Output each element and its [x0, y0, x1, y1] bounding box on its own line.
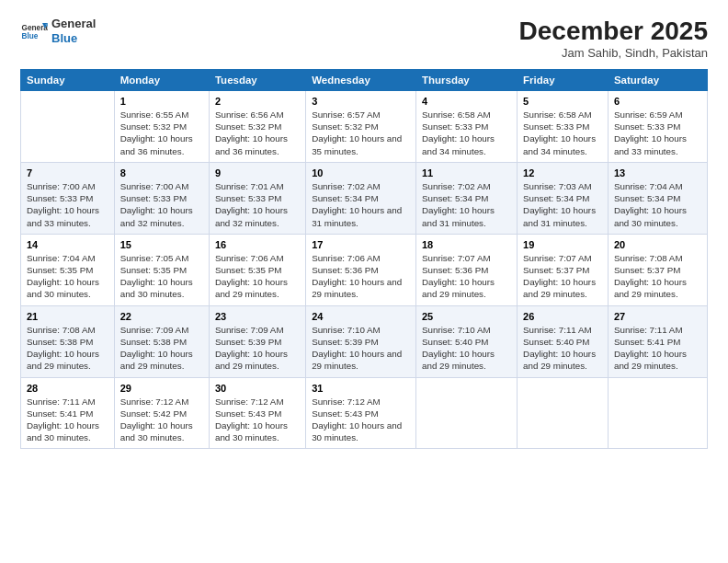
calendar-row-2: 14Sunrise: 7:04 AM Sunset: 5:35 PM Dayli… — [21, 234, 708, 305]
logo-general: General — [51, 17, 96, 31]
table-cell: 2Sunrise: 6:56 AM Sunset: 5:32 PM Daylig… — [209, 91, 305, 163]
day-info: Sunrise: 7:08 AM Sunset: 5:37 PM Dayligh… — [614, 252, 701, 301]
day-info: Sunrise: 7:02 AM Sunset: 5:34 PM Dayligh… — [312, 180, 410, 229]
day-number: 27 — [614, 311, 701, 322]
day-number: 3 — [312, 96, 410, 107]
table-cell: 19Sunrise: 7:07 AM Sunset: 5:37 PM Dayli… — [518, 234, 609, 305]
day-number: 28 — [27, 383, 108, 394]
table-cell: 24Sunrise: 7:10 AM Sunset: 5:39 PM Dayli… — [306, 305, 416, 377]
table-cell: 26Sunrise: 7:11 AM Sunset: 5:40 PM Dayli… — [518, 305, 609, 377]
day-info: Sunrise: 6:57 AM Sunset: 5:32 PM Dayligh… — [312, 109, 410, 157]
table-cell: 29Sunrise: 7:12 AM Sunset: 5:42 PM Dayli… — [114, 377, 209, 449]
table-cell: 27Sunrise: 7:11 AM Sunset: 5:41 PM Dayli… — [608, 305, 707, 377]
day-number: 16 — [215, 239, 300, 250]
logo: General Blue General Blue — [20, 17, 96, 45]
table-cell: 15Sunrise: 7:05 AM Sunset: 5:35 PM Dayli… — [114, 234, 209, 305]
day-number: 8 — [120, 167, 203, 178]
day-number: 17 — [312, 239, 410, 250]
day-number: 13 — [614, 167, 701, 178]
col-thursday: Thursday — [415, 70, 517, 91]
day-number: 30 — [215, 383, 300, 394]
day-info: Sunrise: 6:55 AM Sunset: 5:32 PM Dayligh… — [120, 109, 203, 157]
table-cell: 9Sunrise: 7:01 AM Sunset: 5:33 PM Daylig… — [209, 162, 305, 234]
day-info: Sunrise: 6:56 AM Sunset: 5:32 PM Dayligh… — [215, 109, 300, 157]
table-cell: 11Sunrise: 7:02 AM Sunset: 5:34 PM Dayli… — [415, 162, 517, 234]
calendar-body: 1Sunrise: 6:55 AM Sunset: 5:32 PM Daylig… — [21, 91, 708, 449]
table-cell: 22Sunrise: 7:09 AM Sunset: 5:38 PM Dayli… — [114, 305, 209, 377]
col-saturday: Saturday — [608, 70, 707, 91]
svg-text:Blue: Blue — [22, 31, 39, 40]
day-number: 1 — [120, 96, 203, 107]
day-number: 15 — [120, 239, 203, 250]
page: General Blue General Blue December 2025 … — [0, 0, 728, 563]
table-cell: 23Sunrise: 7:09 AM Sunset: 5:39 PM Dayli… — [209, 305, 305, 377]
day-info: Sunrise: 7:07 AM Sunset: 5:36 PM Dayligh… — [422, 252, 511, 301]
day-info: Sunrise: 7:03 AM Sunset: 5:34 PM Dayligh… — [523, 180, 602, 229]
day-info: Sunrise: 7:01 AM Sunset: 5:33 PM Dayligh… — [215, 180, 300, 229]
calendar-row-0: 1Sunrise: 6:55 AM Sunset: 5:32 PM Daylig… — [21, 91, 708, 163]
day-number: 26 — [523, 311, 602, 322]
day-number: 10 — [312, 167, 410, 178]
day-info: Sunrise: 7:04 AM Sunset: 5:35 PM Dayligh… — [27, 252, 108, 301]
day-number: 21 — [27, 311, 108, 322]
day-info: Sunrise: 7:09 AM Sunset: 5:38 PM Dayligh… — [120, 324, 203, 373]
day-number: 11 — [422, 167, 511, 178]
table-cell: 4Sunrise: 6:58 AM Sunset: 5:33 PM Daylig… — [415, 91, 517, 163]
table-cell — [415, 377, 517, 449]
day-number: 2 — [215, 96, 300, 107]
day-number: 18 — [422, 239, 511, 250]
main-title: December 2025 — [519, 17, 708, 46]
col-wednesday: Wednesday — [306, 70, 416, 91]
day-info: Sunrise: 7:12 AM Sunset: 5:42 PM Dayligh… — [120, 396, 203, 444]
table-cell: 25Sunrise: 7:10 AM Sunset: 5:40 PM Dayli… — [415, 305, 517, 377]
col-friday: Friday — [518, 70, 609, 91]
day-number: 7 — [27, 167, 108, 178]
table-cell: 6Sunrise: 6:59 AM Sunset: 5:33 PM Daylig… — [608, 91, 707, 163]
table-cell: 17Sunrise: 7:06 AM Sunset: 5:36 PM Dayli… — [306, 234, 416, 305]
day-number: 24 — [312, 311, 410, 322]
table-cell — [21, 91, 115, 163]
calendar-row-3: 21Sunrise: 7:08 AM Sunset: 5:38 PM Dayli… — [21, 305, 708, 377]
col-sunday: Sunday — [21, 70, 115, 91]
day-number: 12 — [523, 167, 602, 178]
day-info: Sunrise: 7:00 AM Sunset: 5:33 PM Dayligh… — [120, 180, 203, 229]
table-cell: 3Sunrise: 6:57 AM Sunset: 5:32 PM Daylig… — [306, 91, 416, 163]
day-info: Sunrise: 7:06 AM Sunset: 5:35 PM Dayligh… — [215, 252, 300, 301]
table-cell: 21Sunrise: 7:08 AM Sunset: 5:38 PM Dayli… — [21, 305, 115, 377]
day-info: Sunrise: 7:06 AM Sunset: 5:36 PM Dayligh… — [312, 252, 410, 301]
day-info: Sunrise: 7:05 AM Sunset: 5:35 PM Dayligh… — [120, 252, 203, 301]
day-number: 19 — [523, 239, 602, 250]
day-info: Sunrise: 7:11 AM Sunset: 5:41 PM Dayligh… — [614, 324, 701, 373]
day-info: Sunrise: 7:09 AM Sunset: 5:39 PM Dayligh… — [215, 324, 300, 373]
day-info: Sunrise: 6:59 AM Sunset: 5:33 PM Dayligh… — [614, 109, 701, 157]
day-info: Sunrise: 7:08 AM Sunset: 5:38 PM Dayligh… — [27, 324, 108, 373]
table-cell: 14Sunrise: 7:04 AM Sunset: 5:35 PM Dayli… — [21, 234, 115, 305]
logo-text: General Blue — [51, 17, 96, 45]
day-number: 29 — [120, 383, 203, 394]
day-number: 4 — [422, 96, 511, 107]
logo-icon: General Blue — [20, 17, 48, 45]
title-block: December 2025 Jam Sahib, Sindh, Pakistan — [519, 17, 708, 60]
table-cell — [518, 377, 609, 449]
day-number: 6 — [614, 96, 701, 107]
logo-blue: Blue — [51, 31, 77, 45]
day-info: Sunrise: 7:11 AM Sunset: 5:40 PM Dayligh… — [523, 324, 602, 373]
day-info: Sunrise: 7:02 AM Sunset: 5:34 PM Dayligh… — [422, 180, 511, 229]
table-cell: 18Sunrise: 7:07 AM Sunset: 5:36 PM Dayli… — [415, 234, 517, 305]
table-cell: 10Sunrise: 7:02 AM Sunset: 5:34 PM Dayli… — [306, 162, 416, 234]
day-number: 5 — [523, 96, 602, 107]
day-info: Sunrise: 7:00 AM Sunset: 5:33 PM Dayligh… — [27, 180, 108, 229]
subtitle: Jam Sahib, Sindh, Pakistan — [519, 46, 708, 60]
table-cell: 28Sunrise: 7:11 AM Sunset: 5:41 PM Dayli… — [21, 377, 115, 449]
table-cell: 30Sunrise: 7:12 AM Sunset: 5:43 PM Dayli… — [209, 377, 305, 449]
table-cell: 8Sunrise: 7:00 AM Sunset: 5:33 PM Daylig… — [114, 162, 209, 234]
table-cell — [608, 377, 707, 449]
table-cell: 31Sunrise: 7:12 AM Sunset: 5:43 PM Dayli… — [306, 377, 416, 449]
day-info: Sunrise: 7:12 AM Sunset: 5:43 PM Dayligh… — [312, 396, 410, 444]
calendar-row-1: 7Sunrise: 7:00 AM Sunset: 5:33 PM Daylig… — [21, 162, 708, 234]
day-info: Sunrise: 7:10 AM Sunset: 5:39 PM Dayligh… — [312, 324, 410, 373]
day-number: 9 — [215, 167, 300, 178]
table-cell: 7Sunrise: 7:00 AM Sunset: 5:33 PM Daylig… — [21, 162, 115, 234]
day-info: Sunrise: 7:07 AM Sunset: 5:37 PM Dayligh… — [523, 252, 602, 301]
day-info: Sunrise: 6:58 AM Sunset: 5:33 PM Dayligh… — [523, 109, 602, 157]
